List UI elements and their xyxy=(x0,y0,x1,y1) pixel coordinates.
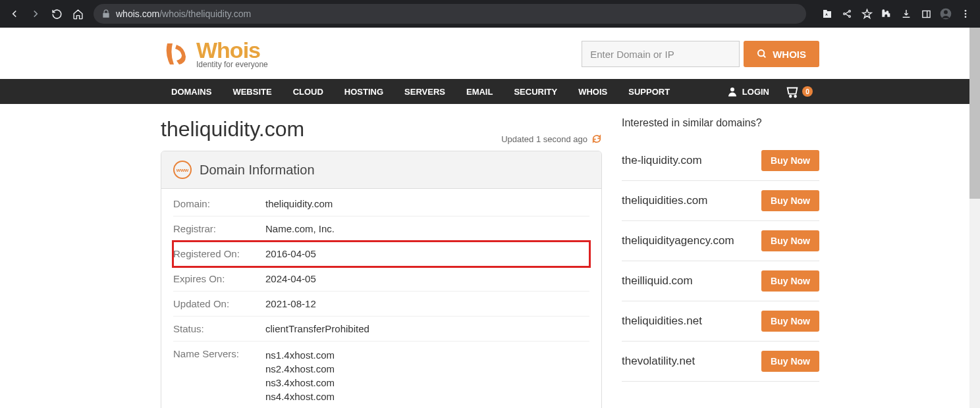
similar-domain-row: theliquidityagency.comBuy Now xyxy=(622,221,819,261)
reload-button[interactable] xyxy=(47,5,66,23)
buy-now-button[interactable]: Buy Now xyxy=(761,150,819,171)
info-label: Domain: xyxy=(173,198,265,209)
scrollbar[interactable] xyxy=(969,28,980,408)
forward-button[interactable] xyxy=(26,5,45,23)
buy-now-button[interactable]: Buy Now xyxy=(761,311,819,332)
svg-point-10 xyxy=(758,50,764,56)
similar-domain-row: thevolatility.netBuy Now xyxy=(622,342,819,382)
similar-domain-row: theliquidities.comBuy Now xyxy=(622,181,819,221)
buy-now-button[interactable]: Buy Now xyxy=(761,230,819,251)
main-nav: DOMAINS WEBSITE CLOUD HOSTING SERVERS EM… xyxy=(0,79,980,104)
nav-support[interactable]: SUPPORT xyxy=(618,79,680,104)
info-row-nameservers: Name Servers:ns1.4xhost.comns2.4xhost.co… xyxy=(173,342,589,408)
info-row: Expires On:2024-04-05 xyxy=(173,267,589,292)
svg-point-6 xyxy=(944,11,948,14)
panel-icon[interactable] xyxy=(917,5,935,23)
logo-text: Whois xyxy=(196,39,268,61)
svg-point-1 xyxy=(849,11,851,13)
login-label: LOGIN xyxy=(742,87,769,97)
info-row: Registrar:Name.com, Inc. xyxy=(173,217,589,242)
similar-domain-name: thevolatility.net xyxy=(622,355,695,368)
menu-icon[interactable] xyxy=(956,5,975,23)
similar-domain-name: theilliquid.com xyxy=(622,274,693,288)
nav-hosting[interactable]: HOSTING xyxy=(334,79,394,104)
domain-info-card: www Domain Information Domain:theliquidi… xyxy=(161,151,602,408)
nav-website[interactable]: WEBSITE xyxy=(222,79,282,104)
info-value: theliquidity.com xyxy=(265,198,333,209)
browser-toolbar: whois.com/whois/theliquidity.com xyxy=(0,0,980,28)
lock-icon xyxy=(101,9,111,18)
nav-cloud[interactable]: CLOUD xyxy=(283,79,334,104)
svg-point-13 xyxy=(790,95,792,97)
refresh-icon[interactable] xyxy=(591,134,602,144)
svg-point-14 xyxy=(794,95,796,97)
similar-domain-row: theilliquid.comBuy Now xyxy=(622,261,819,301)
translate-icon[interactable] xyxy=(818,5,836,23)
similar-domain-row: theliquidities.netBuy Now xyxy=(622,301,819,342)
info-value: Name.com, Inc. xyxy=(265,223,335,234)
www-icon: www xyxy=(173,161,192,179)
url-text: whois.com/whois/theliquidity.com xyxy=(116,9,251,19)
cart-button[interactable]: 0 xyxy=(778,84,819,99)
extensions-icon[interactable] xyxy=(877,5,896,23)
nav-email[interactable]: EMAIL xyxy=(456,79,503,104)
info-label: Name Servers: xyxy=(173,348,265,403)
login-button[interactable]: LOGIN xyxy=(717,86,778,97)
info-label: Status: xyxy=(173,323,265,334)
search-input[interactable] xyxy=(582,41,740,67)
similar-domain-name: theliquidityagency.com xyxy=(622,234,734,247)
download-icon[interactable] xyxy=(897,5,915,23)
nav-whois[interactable]: WHOIS xyxy=(568,79,618,104)
logo-tagline: Identity for everyone xyxy=(196,60,268,69)
similar-domain-row: the-liquidity.comBuy Now xyxy=(622,141,819,181)
scroll-thumb[interactable] xyxy=(969,28,980,199)
nav-servers[interactable]: SERVERS xyxy=(394,79,456,104)
svg-point-12 xyxy=(730,88,734,91)
nav-security[interactable]: SECURITY xyxy=(503,79,568,104)
similar-domain-name: theliquidities.net xyxy=(622,315,702,328)
share-icon[interactable] xyxy=(838,5,856,23)
buy-now-button[interactable]: Buy Now xyxy=(761,270,819,292)
svg-point-2 xyxy=(849,16,851,18)
bookmark-icon[interactable] xyxy=(858,5,876,23)
back-button[interactable] xyxy=(5,5,24,23)
svg-line-11 xyxy=(763,55,765,57)
info-label: Registrar: xyxy=(173,223,265,234)
search-group: WHOIS xyxy=(582,41,819,67)
profile-icon[interactable] xyxy=(937,5,955,23)
info-value: 2021-08-12 xyxy=(265,298,316,309)
info-header-title: Domain Information xyxy=(200,163,315,178)
info-row: Updated On:2021-08-12 xyxy=(173,292,589,317)
info-value: clientTransferProhibited xyxy=(265,323,369,334)
home-button[interactable] xyxy=(68,5,87,23)
site-header: Whois Identity for everyone WHOIS xyxy=(161,28,819,79)
address-bar[interactable]: whois.com/whois/theliquidity.com xyxy=(94,4,806,24)
similar-domain-name: the-liquidity.com xyxy=(622,154,702,167)
cart-icon xyxy=(785,84,800,99)
info-label: Updated On: xyxy=(173,298,265,309)
svg-point-7 xyxy=(965,10,967,12)
info-value: 2016-04-05 xyxy=(265,248,316,259)
info-value: ns1.4xhost.comns2.4xhost.comns3.4xhost.c… xyxy=(265,348,335,403)
info-row: Status:clientTransferProhibited xyxy=(173,317,589,342)
svg-point-9 xyxy=(965,16,967,18)
whois-button-label: WHOIS xyxy=(773,49,806,60)
info-header: www Domain Information xyxy=(161,151,601,189)
info-row: Registered On:2016-04-05 xyxy=(173,242,589,267)
nav-domains[interactable]: DOMAINS xyxy=(161,79,222,104)
updated-text: Updated 1 second ago xyxy=(501,134,602,144)
similar-domain-name: theliquidities.com xyxy=(622,194,707,207)
logo[interactable]: Whois Identity for everyone xyxy=(161,38,268,70)
similar-title: Interested in similar domains? xyxy=(622,117,819,129)
cart-badge: 0 xyxy=(802,86,813,97)
info-label: Registered On: xyxy=(173,248,265,259)
domain-title: theliquidity.com xyxy=(161,117,304,141)
search-icon xyxy=(757,49,767,59)
whois-search-button[interactable]: WHOIS xyxy=(744,41,819,67)
buy-now-button[interactable]: Buy Now xyxy=(761,190,819,211)
info-row: Domain:theliquidity.com xyxy=(173,191,589,217)
person-icon xyxy=(726,86,738,97)
logo-icon xyxy=(161,38,192,70)
buy-now-button[interactable]: Buy Now xyxy=(761,351,819,372)
info-value: 2024-04-05 xyxy=(265,273,316,284)
